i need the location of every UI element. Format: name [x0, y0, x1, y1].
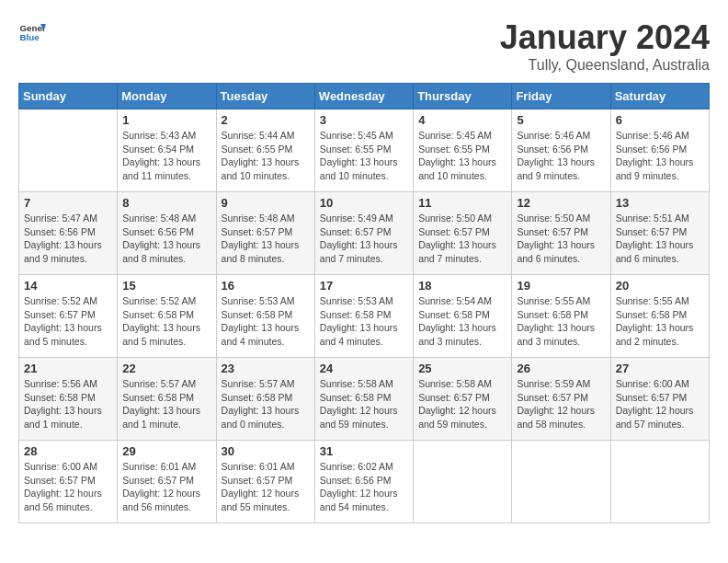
calendar-cell: 8Sunrise: 5:48 AMSunset: 6:56 PMDaylight…	[118, 192, 216, 275]
day-info: Sunrise: 5:54 AMSunset: 6:58 PMDaylight:…	[418, 294, 506, 349]
month-title: January 2024	[500, 18, 710, 57]
day-info: Sunrise: 5:46 AMSunset: 6:56 PMDaylight:…	[517, 129, 605, 183]
day-info: Sunrise: 5:59 AMSunset: 6:57 PMDaylight:…	[517, 377, 605, 431]
day-info: Sunrise: 5:53 AMSunset: 6:58 PMDaylight:…	[222, 294, 310, 349]
day-info: Sunrise: 5:48 AMSunset: 6:56 PMDaylight:…	[122, 212, 210, 266]
day-number: 13	[616, 196, 704, 210]
calendar-cell: 16Sunrise: 5:53 AMSunset: 6:58 PMDayligh…	[216, 275, 314, 358]
logo-icon: General Blue	[18, 18, 46, 46]
logo: General Blue	[18, 18, 46, 46]
calendar-cell: 13Sunrise: 5:51 AMSunset: 6:57 PMDayligh…	[610, 192, 709, 275]
day-number: 1	[122, 113, 210, 127]
calendar-cell: 29Sunrise: 6:01 AMSunset: 6:57 PMDayligh…	[118, 441, 216, 523]
calendar-cell: 3Sunrise: 5:45 AMSunset: 6:55 PMDaylight…	[314, 109, 413, 192]
day-info: Sunrise: 5:44 AMSunset: 6:55 PMDaylight:…	[222, 129, 310, 183]
weekday-header-sunday: Sunday	[19, 84, 118, 109]
title-area: January 2024 Tully, Queensland, Australi…	[500, 18, 710, 74]
calendar-cell: 20Sunrise: 5:55 AMSunset: 6:58 PMDayligh…	[610, 275, 709, 358]
day-info: Sunrise: 5:47 AMSunset: 6:56 PMDaylight:…	[24, 212, 112, 266]
weekday-header-tuesday: Tuesday	[216, 84, 314, 109]
day-number: 5	[517, 113, 605, 127]
day-number: 18	[418, 279, 506, 293]
day-info: Sunrise: 5:43 AMSunset: 6:54 PMDaylight:…	[122, 129, 210, 183]
calendar-cell: 28Sunrise: 6:00 AMSunset: 6:57 PMDayligh…	[19, 441, 118, 523]
weekday-header-wednesday: Wednesday	[314, 84, 413, 109]
day-number: 2	[222, 113, 310, 127]
calendar-cell: 5Sunrise: 5:46 AMSunset: 6:56 PMDaylight…	[512, 109, 610, 192]
day-number: 6	[616, 113, 704, 127]
day-number: 12	[517, 196, 605, 210]
day-info: Sunrise: 5:58 AMSunset: 6:57 PMDaylight:…	[418, 377, 506, 431]
day-number: 8	[122, 196, 210, 210]
week-row-4: 21Sunrise: 5:56 AMSunset: 6:58 PMDayligh…	[19, 358, 710, 441]
day-number: 23	[222, 362, 310, 375]
day-info: Sunrise: 5:57 AMSunset: 6:58 PMDaylight:…	[122, 377, 210, 431]
day-number: 28	[24, 444, 112, 458]
calendar-cell: 1Sunrise: 5:43 AMSunset: 6:54 PMDaylight…	[118, 109, 216, 192]
calendar-cell: 30Sunrise: 6:01 AMSunset: 6:57 PMDayligh…	[216, 441, 314, 523]
calendar-cell: 11Sunrise: 5:50 AMSunset: 6:57 PMDayligh…	[414, 192, 512, 275]
day-number: 4	[418, 113, 506, 127]
day-info: Sunrise: 6:00 AMSunset: 6:57 PMDaylight:…	[24, 460, 112, 514]
day-info: Sunrise: 5:57 AMSunset: 6:58 PMDaylight:…	[222, 377, 310, 431]
calendar-cell	[414, 441, 512, 523]
day-number: 3	[320, 113, 408, 127]
day-number: 31	[320, 444, 408, 458]
day-info: Sunrise: 6:02 AMSunset: 6:56 PMDaylight:…	[320, 460, 408, 514]
calendar-cell: 19Sunrise: 5:55 AMSunset: 6:58 PMDayligh…	[512, 275, 610, 358]
weekday-header-row: SundayMondayTuesdayWednesdayThursdayFrid…	[19, 84, 710, 109]
location-title: Tully, Queensland, Australia	[500, 57, 710, 74]
page-header: General Blue January 2024 Tully, Queensl…	[18, 18, 710, 74]
weekday-header-saturday: Saturday	[610, 84, 709, 109]
calendar-cell: 15Sunrise: 5:52 AMSunset: 6:58 PMDayligh…	[118, 275, 216, 358]
day-number: 17	[320, 279, 408, 293]
calendar-cell: 27Sunrise: 6:00 AMSunset: 6:57 PMDayligh…	[610, 358, 709, 441]
calendar-cell: 10Sunrise: 5:49 AMSunset: 6:57 PMDayligh…	[314, 192, 413, 275]
weekday-header-thursday: Thursday	[414, 84, 512, 109]
calendar-cell: 25Sunrise: 5:58 AMSunset: 6:57 PMDayligh…	[414, 358, 512, 441]
calendar-cell: 18Sunrise: 5:54 AMSunset: 6:58 PMDayligh…	[414, 275, 512, 358]
svg-text:Blue: Blue	[20, 32, 40, 42]
day-info: Sunrise: 5:45 AMSunset: 6:55 PMDaylight:…	[418, 129, 506, 183]
day-info: Sunrise: 5:46 AMSunset: 6:56 PMDaylight:…	[616, 129, 704, 183]
calendar-cell	[610, 441, 709, 523]
week-row-3: 14Sunrise: 5:52 AMSunset: 6:57 PMDayligh…	[19, 275, 710, 358]
calendar-cell: 4Sunrise: 5:45 AMSunset: 6:55 PMDaylight…	[414, 109, 512, 192]
day-number: 21	[24, 362, 112, 375]
day-info: Sunrise: 6:01 AMSunset: 6:57 PMDaylight:…	[122, 460, 210, 514]
day-info: Sunrise: 5:51 AMSunset: 6:57 PMDaylight:…	[616, 212, 704, 266]
calendar-cell	[19, 109, 118, 192]
day-info: Sunrise: 6:00 AMSunset: 6:57 PMDaylight:…	[616, 377, 704, 431]
day-info: Sunrise: 5:50 AMSunset: 6:57 PMDaylight:…	[517, 212, 605, 266]
day-info: Sunrise: 5:50 AMSunset: 6:57 PMDaylight:…	[418, 212, 506, 266]
calendar-cell: 24Sunrise: 5:58 AMSunset: 6:58 PMDayligh…	[314, 358, 413, 441]
calendar-cell	[512, 441, 610, 523]
calendar-cell: 6Sunrise: 5:46 AMSunset: 6:56 PMDaylight…	[610, 109, 709, 192]
day-info: Sunrise: 5:56 AMSunset: 6:58 PMDaylight:…	[24, 377, 112, 431]
calendar-cell: 23Sunrise: 5:57 AMSunset: 6:58 PMDayligh…	[216, 358, 314, 441]
day-number: 9	[222, 196, 310, 210]
day-info: Sunrise: 5:55 AMSunset: 6:58 PMDaylight:…	[517, 294, 605, 349]
calendar-cell: 9Sunrise: 5:48 AMSunset: 6:57 PMDaylight…	[216, 192, 314, 275]
day-info: Sunrise: 6:01 AMSunset: 6:57 PMDaylight:…	[222, 460, 310, 514]
day-info: Sunrise: 5:52 AMSunset: 6:57 PMDaylight:…	[24, 294, 112, 349]
day-number: 29	[122, 444, 210, 458]
day-number: 26	[517, 362, 605, 375]
day-number: 14	[24, 279, 112, 293]
day-info: Sunrise: 5:45 AMSunset: 6:55 PMDaylight:…	[320, 129, 408, 183]
calendar-cell: 26Sunrise: 5:59 AMSunset: 6:57 PMDayligh…	[512, 358, 610, 441]
day-number: 7	[24, 196, 112, 210]
day-number: 11	[418, 196, 506, 210]
day-number: 30	[222, 444, 310, 458]
calendar-cell: 7Sunrise: 5:47 AMSunset: 6:56 PMDaylight…	[19, 192, 118, 275]
calendar-cell: 22Sunrise: 5:57 AMSunset: 6:58 PMDayligh…	[118, 358, 216, 441]
calendar-cell: 14Sunrise: 5:52 AMSunset: 6:57 PMDayligh…	[19, 275, 118, 358]
day-number: 15	[122, 279, 210, 293]
day-info: Sunrise: 5:58 AMSunset: 6:58 PMDaylight:…	[320, 377, 408, 431]
calendar-cell: 17Sunrise: 5:53 AMSunset: 6:58 PMDayligh…	[314, 275, 413, 358]
calendar-cell: 21Sunrise: 5:56 AMSunset: 6:58 PMDayligh…	[19, 358, 118, 441]
day-number: 19	[517, 279, 605, 293]
weekday-header-monday: Monday	[118, 84, 216, 109]
day-number: 25	[418, 362, 506, 375]
day-info: Sunrise: 5:53 AMSunset: 6:58 PMDaylight:…	[320, 294, 408, 349]
